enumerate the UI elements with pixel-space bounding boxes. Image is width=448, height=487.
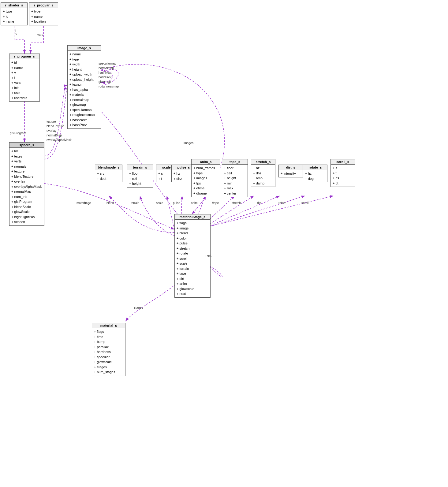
field: + next (177, 291, 208, 296)
sphere-s-fields: + list + texes + verts + normals + textu… (9, 148, 44, 225)
field: + dest (97, 176, 120, 181)
field: + glowscale (94, 359, 123, 365)
rotate-s-title: rotate_s (303, 165, 327, 170)
field: + anim (177, 281, 208, 286)
field: + height (224, 176, 246, 181)
field: + ceil (129, 176, 151, 181)
field: + dhz (253, 171, 273, 176)
field: + glowScale (11, 209, 42, 214)
field: + color (177, 236, 208, 241)
label-material: material (77, 201, 88, 205)
field: + specularmap (69, 107, 99, 113)
field: + id (11, 60, 38, 65)
field: + type (193, 171, 218, 176)
anim-s-box: anim_s + num_frames + type + images + fp… (191, 159, 220, 197)
field: + f (11, 75, 38, 80)
field: + type (3, 9, 25, 14)
label-anim: anim (191, 201, 198, 205)
field: + name (31, 14, 56, 19)
label-specularmap-etc: specularmapnormalmaphashNexthashPrevglow… (99, 61, 119, 89)
field: + roughnessmap (69, 112, 99, 117)
label-terrain: terrain (131, 201, 139, 205)
field: + dtime (193, 186, 218, 191)
field: + hz (174, 171, 194, 176)
label-dirt: dirt (257, 201, 261, 205)
material-stage-s-title: materialStage_s (175, 214, 210, 220)
rotate-s-fields: + hz + deg (303, 170, 327, 182)
field: + max (224, 186, 246, 191)
r-program-s-box: r_program_s + id + name + v + f + vars +… (9, 54, 40, 102)
dirt-s-fields: + intensity (279, 170, 303, 177)
image-s-title: image_s (68, 46, 101, 51)
label-stages: stages (134, 306, 143, 309)
field: + num_frames (193, 165, 218, 171)
terrain-s-title: terrain_s (127, 165, 153, 170)
field: + terrain (177, 266, 208, 271)
field: + material (69, 92, 99, 97)
r-progvar-s-title: r_progvar_s (29, 3, 58, 8)
stretch-s-fields: + hz + dhz + amp + damp (251, 165, 275, 187)
field: + intensity (281, 171, 301, 176)
field: + num_stages (94, 370, 123, 375)
field: + dhz (174, 176, 194, 181)
field: + glowmap (69, 102, 99, 107)
field: + has_alpha (69, 87, 99, 92)
label-pulse: pulse (173, 201, 180, 205)
r-progvar-s-box: r_progvar_s + type + name + location (29, 2, 58, 25)
field: + scroll (177, 256, 208, 261)
field: + name (69, 52, 99, 57)
field: + height (129, 181, 151, 186)
field: + v (11, 70, 38, 75)
material-s-box: material_s + flags + time + bump + paral… (92, 323, 125, 376)
field: + normals (11, 164, 42, 169)
label-blend: blend (106, 201, 114, 205)
field: + specular (94, 355, 123, 360)
field: + hashPrev (69, 122, 99, 128)
field: + glslProgram (11, 199, 42, 204)
field: + num_tris (11, 194, 42, 199)
field: + flags (94, 329, 123, 334)
field: + upload_height (69, 77, 99, 82)
field: + tape (177, 271, 208, 276)
field: + vars (11, 80, 38, 85)
label-glslprogram: glslProgram (10, 132, 26, 135)
field: + name (11, 65, 38, 70)
field: + verts (11, 159, 42, 164)
anim-s-fields: + num_frames + type + images + fps + dti… (192, 165, 220, 197)
label-f-v: fV (15, 29, 17, 36)
field: + dt (333, 181, 353, 186)
field: + dframe (193, 191, 218, 196)
terrain-s-box: terrain_s + floor + ceil + height (127, 165, 153, 188)
field: + season (11, 219, 42, 225)
material-s-fields: + flags + time + bump + parallax + hardn… (92, 328, 125, 376)
field: + damp (253, 181, 273, 186)
field: + bump (94, 339, 123, 344)
field: + dirt (177, 276, 208, 281)
label-stretch: stretch (232, 201, 241, 205)
r-shader-s-title: r_shader_s (1, 3, 27, 8)
label-next: next (206, 254, 211, 257)
field: + blendTexture (11, 174, 42, 179)
image-s-box: image_s + name + type + width + height +… (67, 45, 101, 129)
tape-s-fields: + floor + ceil + height + min + max + ce… (222, 165, 248, 197)
label-images: images (184, 141, 193, 145)
material-stage-s-fields: + flags + image + blend + color + pulse … (175, 220, 210, 297)
field: + width (69, 62, 99, 67)
field: + name (3, 19, 25, 24)
field: + overlayAlphaMask (11, 184, 42, 189)
field: + images (193, 176, 218, 181)
field: + stages (94, 365, 123, 370)
stretch-s-title: stretch_s (251, 159, 275, 165)
material-stage-s-box: materialStage_s + flags + image + blend … (174, 214, 211, 298)
tape-s-title: tape_s (222, 159, 248, 165)
anim-s-title: anim_s (192, 159, 220, 165)
r-shader-s-fields: + type + id + name (1, 8, 27, 25)
field: + init (11, 85, 38, 91)
field: + center (224, 191, 246, 196)
field: + s (333, 165, 353, 171)
label-scale: scale (156, 201, 163, 205)
field: + blendScale (11, 204, 42, 210)
field: + upload_width (69, 72, 99, 77)
field: + floor (129, 171, 151, 176)
sphere-s-title: sphere_s (9, 143, 44, 148)
